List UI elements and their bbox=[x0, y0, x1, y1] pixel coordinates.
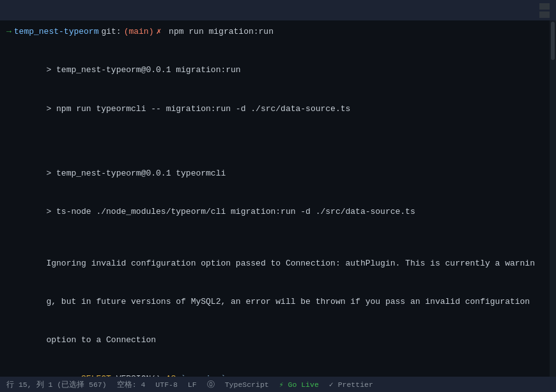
warning-line-3: option to a Connection bbox=[6, 321, 543, 359]
empty-3 bbox=[6, 141, 543, 154]
status-position: 行 15, 列 1 (已选择 567) bbox=[6, 380, 107, 389]
empty-1 bbox=[6, 38, 543, 51]
status-line-ending-text: LF bbox=[188, 381, 197, 389]
status-language[interactable]: TypeScript bbox=[225, 381, 269, 389]
terminal-output: → temp_nest-typeorm git: (main) ✗ npm ru… bbox=[0, 20, 550, 377]
status-go-live-text: ⚡ Go Live bbox=[279, 380, 319, 389]
status-spaces: 空格: 4 bbox=[117, 380, 146, 389]
scrollbar[interactable] bbox=[550, 20, 556, 377]
status-encoding: UTF-8 bbox=[155, 381, 178, 389]
window-btn-2[interactable] bbox=[539, 11, 550, 18]
status-spaces-text: 空格: 4 bbox=[117, 380, 146, 389]
prompt-command: npm run migration:run bbox=[164, 26, 274, 38]
empty-2 bbox=[6, 128, 543, 141]
warning-line-2: g, but in future versions of MySQL2, an … bbox=[6, 283, 543, 321]
prompt-dirty: ✗ bbox=[156, 26, 161, 38]
empty-4 bbox=[6, 231, 543, 244]
query-line-1: query: SELECT VERSION() AS `version` bbox=[6, 360, 543, 377]
output-line-4: > ts-node ./node_modules/typeorm/cli mig… bbox=[6, 193, 543, 231]
status-prettier-text: ✓ Prettier bbox=[329, 380, 373, 389]
status-encoding-text: UTF-8 bbox=[155, 381, 178, 389]
prompt-arrow: → bbox=[6, 26, 12, 38]
title-bar-controls bbox=[539, 3, 550, 18]
terminal-window: → temp_nest-typeorm git: (main) ✗ npm ru… bbox=[0, 0, 556, 392]
status-go-live[interactable]: ⚡ Go Live bbox=[279, 380, 319, 389]
status-icon-symbol: ⓪ bbox=[207, 380, 215, 389]
prompt-git-label: git: bbox=[101, 26, 121, 38]
prompt-branch: (main) bbox=[124, 26, 154, 38]
content-area: → temp_nest-typeorm git: (main) ✗ npm ru… bbox=[0, 20, 556, 377]
title-bar bbox=[0, 0, 556, 20]
status-bar: 行 15, 列 1 (已选择 567) 空格: 4 UTF-8 LF ⓪ Typ… bbox=[0, 377, 556, 392]
warning-line-1: Ignoring invalid configuration option pa… bbox=[6, 244, 543, 282]
status-line-ending: LF bbox=[188, 381, 197, 389]
output-line-2: > npm run typeormcli -- migration:run -d… bbox=[6, 90, 543, 128]
output-line-1: > temp_nest-typeorm@0.0.1 migration:run bbox=[6, 51, 543, 89]
status-language-text: TypeScript bbox=[225, 381, 269, 389]
output-line-3: > temp_nest-typeorm@0.0.1 typeormcli bbox=[6, 154, 543, 192]
window-btn-1[interactable] bbox=[539, 3, 550, 10]
scrollbar-thumb[interactable] bbox=[551, 22, 555, 60]
status-position-text: 行 15, 列 1 (已选择 567) bbox=[6, 380, 107, 389]
prompt-dir: temp_nest-typeorm bbox=[14, 26, 99, 38]
status-icon: ⓪ bbox=[207, 380, 215, 389]
status-prettier[interactable]: ✓ Prettier bbox=[329, 380, 373, 389]
prompt-line-top: → temp_nest-typeorm git: (main) ✗ npm ru… bbox=[6, 26, 543, 38]
